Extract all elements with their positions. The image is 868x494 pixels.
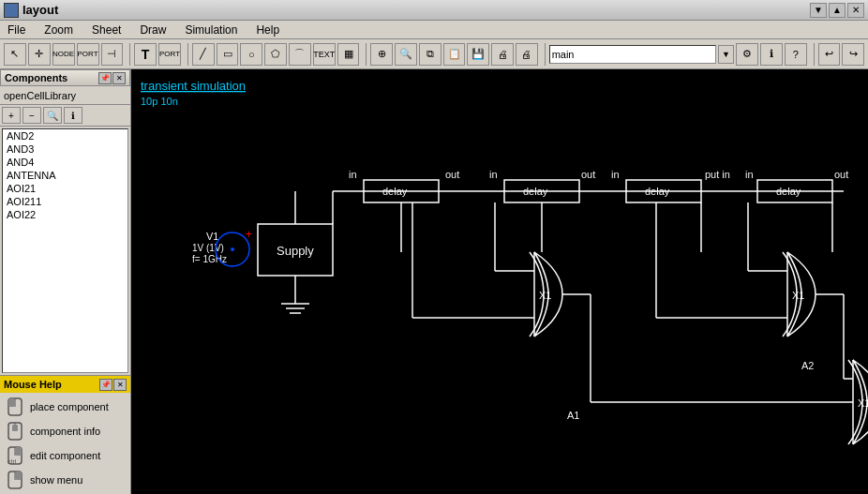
panel-pin-btn[interactable]: 📌 [98,72,112,84]
menu-sheet[interactable]: Sheet [88,22,125,37]
settings-btn[interactable]: ⚙ [736,43,758,66]
paste-tool[interactable]: 📋 [443,43,466,66]
menu-help[interactable]: Help [252,22,283,37]
v1-plus: + [246,228,252,241]
mouse-help-pin-btn[interactable]: 📌 [99,379,112,391]
lib-remove-btn[interactable]: − [22,107,41,124]
help-edit-component: ctrl edit component [2,443,128,468]
circle-tool[interactable]: ○ [240,43,262,66]
out1: out [445,169,459,180]
redo-btn[interactable]: ↪ [842,43,864,66]
components-panel-header: Components 📌 ✕ [0,69,130,86]
out3: put in [705,169,730,180]
library-title: openCellLibrary [4,90,76,101]
line-tool[interactable]: ╱ [192,43,215,66]
help-btn2[interactable]: ? [785,43,807,66]
zoom-in-tool[interactable]: 🔍 [395,43,417,66]
menu-file[interactable]: File [4,22,29,37]
svg-rect-5 [12,425,18,431]
svg-rect-13 [131,69,868,494]
library-header: openCellLibrary [0,86,130,105]
split-tool[interactable]: ⊣ [101,43,124,66]
print-preview-tool[interactable]: 🖨 [491,43,514,66]
undo-btn[interactable]: ↩ [818,43,841,66]
library-list[interactable]: AND2 AND3 AND4 ANTENNA AOI21 AOI211 AOI2… [2,128,128,373]
mouse-help-items: place component component info [0,393,130,494]
text-tool[interactable]: TEXT [313,43,336,66]
lib-item-and4[interactable]: AND4 [3,156,127,169]
svg-point-16 [231,247,234,251]
dropdown-btn[interactable]: ▼ [718,45,735,64]
lib-search-btn[interactable]: 🔍 [43,107,62,124]
help-place-component-label: place component [30,401,109,412]
separator4 [542,43,546,66]
window-controls: ▼ ▲ ✕ [810,3,864,18]
delay4-label: delay [776,186,801,197]
in2: in [489,169,498,180]
lib-item-aoi22[interactable]: AOI22 [3,208,127,221]
schematic-name-input[interactable] [549,45,716,64]
port-tool[interactable]: PORT [77,43,99,66]
move-tool[interactable]: ✛ [28,43,51,66]
v1-label: V1 [206,231,218,242]
menu-zoom[interactable]: Zoom [40,22,77,37]
mouse-help-close-btn[interactable]: ✕ [113,379,127,391]
place-tool[interactable]: ⊕ [370,43,393,66]
mouse-right-click-icon-menu [4,470,26,490]
lib-item-and3[interactable]: AND3 [3,142,127,156]
lib-item-aoi211[interactable]: AOI211 [3,195,127,208]
port2-tool[interactable]: PORT [158,43,181,66]
lib-item-and2[interactable]: AND2 [3,129,127,142]
lib-info-btn[interactable]: ℹ [64,107,82,124]
help-place-component: place component [2,395,128,419]
library-toolbar: + − 🔍 ℹ [0,105,130,127]
component-tool[interactable]: ▦ [337,43,360,66]
wire-tool[interactable]: T [134,43,157,66]
lib-item-aoi21[interactable]: AOI21 [3,182,127,195]
in4: in [745,169,754,180]
info-btn[interactable]: ℹ [760,43,783,66]
panel-header-buttons: 📌 ✕ [98,72,126,84]
mouse-help-panel: Mouse Help 📌 ✕ place component [0,375,130,494]
separator2 [185,43,188,66]
gate3-label: X1 [858,397,868,409]
canvas-area[interactable]: transient simulation 10p 10n Supply V1 1… [131,69,868,494]
lib-item-antenna[interactable]: ANTENNA [3,169,127,182]
svg-text:ctrl: ctrl [7,458,17,465]
print-tool[interactable]: 🖨 [516,43,538,66]
save-tool[interactable]: 💾 [467,43,489,66]
components-title: Components [5,72,67,83]
supply-label: Supply [277,244,314,258]
select-tool[interactable]: ↖ [4,43,26,66]
poly-tool[interactable]: ⬠ [264,43,287,66]
close-button[interactable]: ✕ [847,3,864,18]
app-icon [4,3,19,18]
a1-label: A1 [567,410,579,421]
panel-close-btn[interactable]: ✕ [112,72,126,84]
copy-tool[interactable]: ⧉ [419,43,441,66]
out2: out [581,169,595,180]
mouse-left-click-icon [4,397,26,417]
svg-rect-8 [15,447,22,456]
rect-tool[interactable]: ▭ [217,43,239,66]
node-tool[interactable]: NODE [52,43,75,66]
left-panel: Components 📌 ✕ openCellLibrary + − 🔍 ℹ A… [0,69,131,494]
mouse-help-header: Mouse Help 📌 ✕ [0,376,130,393]
window-title: layout [22,3,58,17]
delay3-label: delay [645,186,670,197]
menu-bar: File Zoom Sheet Draw Simulation Help [0,21,868,39]
separator1 [127,43,130,66]
help-show-menu: show menu [2,468,128,492]
help-edit-component-label: edit component [30,450,100,461]
svg-rect-12 [15,472,22,480]
menu-draw[interactable]: Draw [136,22,170,37]
separator5 [811,43,815,66]
arc-tool[interactable]: ⌒ [289,43,311,66]
delay1-label: delay [382,186,408,197]
mouse-right-click-icon-edit: ctrl [4,445,26,466]
lib-add-btn[interactable]: + [2,107,21,124]
main-content: Components 📌 ✕ openCellLibrary + − 🔍 ℹ A… [0,69,868,494]
minimize-button[interactable]: ▼ [810,3,827,18]
menu-simulation[interactable]: Simulation [181,22,241,37]
maximize-button[interactable]: ▲ [829,3,846,18]
